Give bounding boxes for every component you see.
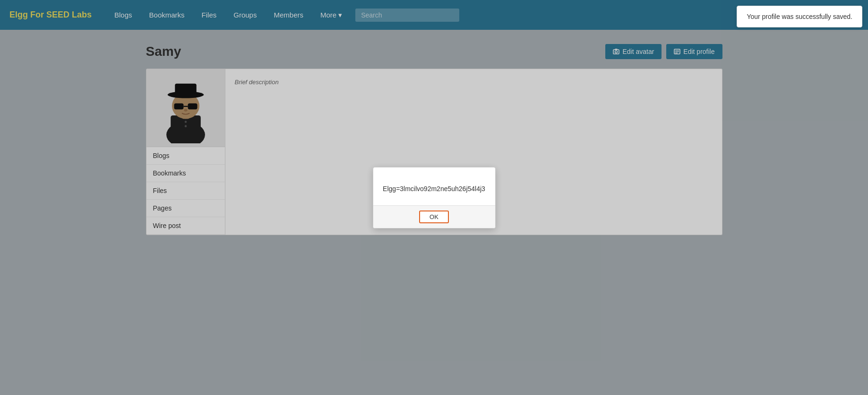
dialog-ok-button[interactable]: OK — [419, 211, 449, 223]
toast-message: Your profile was successfully saved. — [747, 13, 852, 20]
dialog-message: Elgg=3lmcilvo92m2ne5uh26j54l4j3 — [383, 185, 485, 193]
dialog-overlay: Elgg=3lmcilvo92m2ne5uh26j54l4j3 OK — [0, 0, 868, 395]
dialog-footer: OK — [373, 205, 495, 228]
dialog-box: Elgg=3lmcilvo92m2ne5uh26j54l4j3 OK — [373, 167, 496, 228]
toast-notification: Your profile was successfully saved. — [737, 6, 862, 27]
dialog-body: Elgg=3lmcilvo92m2ne5uh26j54l4j3 — [373, 167, 495, 205]
